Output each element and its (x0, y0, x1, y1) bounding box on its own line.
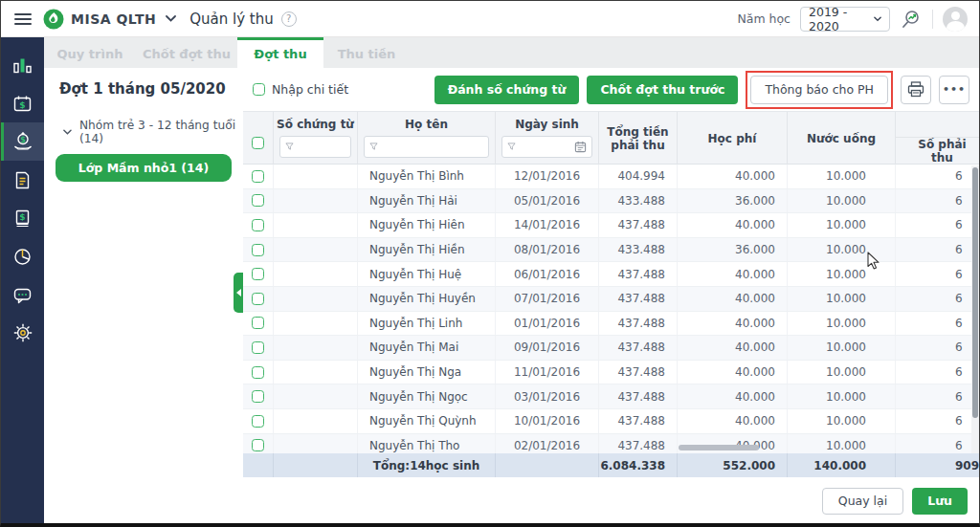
cell-water: 10.000 (788, 384, 896, 408)
print-button[interactable] (901, 76, 931, 104)
cell-dob: 07/01/2016 (496, 287, 599, 311)
row-checkbox[interactable] (252, 194, 264, 207)
chevron-down-icon[interactable] (166, 15, 176, 22)
row-checkbox[interactable] (252, 415, 264, 428)
col-fee: Học phí (678, 112, 788, 165)
row-checkbox[interactable] (252, 390, 264, 403)
cell-name: Nguyễn Thị Mai (358, 336, 496, 360)
row-checkbox[interactable] (252, 244, 264, 256)
footer-empty-cell (274, 453, 358, 477)
vertical-scrollbar[interactable] (971, 165, 979, 453)
quick-search-icon[interactable] (900, 8, 923, 31)
cell-doc-no (274, 312, 358, 336)
row-checkbox[interactable] (252, 341, 264, 354)
cell-fee: 40.000 (678, 409, 788, 433)
name-filter-input[interactable] (364, 136, 489, 158)
app-logo[interactable]: MISA QLTH (43, 9, 156, 30)
cell-total: 437.488 (599, 409, 678, 433)
document-icon (12, 170, 33, 190)
cell-doc-no (274, 361, 358, 384)
main-content: Nhập chi tiết Đánh số chứng từ Chốt đợt … (243, 68, 979, 524)
cell-due: 6 (896, 312, 979, 336)
row-checkbox-cell (243, 409, 274, 433)
dob-filter-input[interactable] (501, 136, 592, 158)
row-checkbox-cell (243, 312, 274, 336)
filter-funnel-icon (507, 143, 516, 151)
tab-dot-thu[interactable]: Đợt thu (237, 37, 323, 68)
cell-fee: 40.000 (678, 384, 788, 408)
tab-thu-tien[interactable]: Thu tiền (323, 37, 410, 68)
col-doc-no: Số chứng từ (274, 112, 358, 165)
user-avatar[interactable] (943, 7, 968, 32)
back-button[interactable]: Quay lại (822, 488, 903, 515)
school-year-select[interactable]: 2019 - 2020 (800, 7, 890, 32)
select-all-checkbox[interactable] (252, 137, 264, 149)
svg-text:$: $ (19, 100, 25, 110)
sidebar-item-reports[interactable] (1, 237, 44, 275)
help-icon[interactable]: ? (281, 11, 297, 27)
cell-name: Nguyễn Thị Nga (358, 361, 496, 384)
sidebar-item-dashboard[interactable] (1, 46, 44, 84)
row-checkbox[interactable] (252, 439, 264, 451)
close-previous-period-button[interactable]: Chốt đợt thu trước (587, 76, 738, 104)
calendar-icon[interactable] (574, 141, 587, 153)
number-vouchers-button[interactable]: Đánh số chứng từ (434, 76, 580, 104)
cell-doc-no (274, 213, 358, 237)
sidebar-item-revenue-management[interactable]: $ (1, 122, 44, 161)
row-checkbox[interactable] (252, 293, 264, 305)
sidebar-item-settings[interactable] (1, 314, 44, 352)
group-row[interactable]: Nhóm trẻ 3 - 12 tháng tuổi (14) (44, 119, 243, 145)
cell-fee: 40.000 (678, 287, 788, 311)
detail-entry-checkbox[interactable]: Nhập chi tiết (253, 82, 348, 97)
row-checkbox-cell (243, 287, 274, 311)
notify-parents-button[interactable]: Thông báo cho PH (750, 76, 888, 104)
panel-collapse-handle[interactable] (234, 273, 243, 313)
svg-text:$: $ (19, 211, 25, 221)
sidebar-item-fee-calendar[interactable]: $ (1, 84, 44, 122)
checkbox-icon[interactable] (253, 83, 265, 96)
sidebar-item-ledger[interactable]: $ (1, 199, 44, 237)
sidebar-item-messages[interactable] (1, 275, 44, 314)
left-panel: Đợt 1 tháng 05/2020 Nhóm trẻ 3 - 12 thán… (44, 68, 243, 524)
footer-fee-amount: 552.000 (678, 453, 788, 477)
row-checkbox[interactable] (252, 219, 264, 231)
cell-dob: 10/01/2016 (496, 409, 599, 433)
logo-text: MISA QLTH (71, 11, 156, 27)
cell-doc-no (274, 262, 358, 286)
row-checkbox[interactable] (252, 317, 264, 329)
horizontal-scrollbar-thumb[interactable] (679, 445, 759, 450)
cell-due: 6 (896, 384, 979, 408)
row-checkbox[interactable] (252, 366, 264, 379)
col-due-label: Số phải thu (896, 138, 979, 165)
cell-due: 6 (896, 409, 979, 433)
table-row: Nguyễn Thị Hiền08/01/2016433.48836.00010… (243, 238, 979, 263)
cell-water: 10.000 (788, 409, 896, 433)
cell-water: 10.000 (788, 336, 896, 360)
hamburger-menu-icon[interactable] (14, 13, 32, 25)
cell-total: 404.994 (599, 165, 678, 188)
vertical-scrollbar-thumb[interactable] (972, 167, 978, 418)
row-checkbox[interactable] (252, 268, 264, 280)
row-checkbox[interactable] (252, 170, 264, 183)
row-checkbox-cell (243, 165, 274, 188)
more-actions-button[interactable]: ••• (939, 76, 969, 104)
cell-doc-no (274, 384, 358, 408)
footer-empty-cell (243, 453, 274, 477)
tab-chot-dot-thu[interactable]: Chốt đợt thu (136, 37, 237, 68)
chat-icon (12, 285, 33, 305)
cell-fee: 40.000 (678, 336, 788, 360)
table-row: Nguyễn Thị Nga11/01/2016437.48840.00010.… (243, 361, 979, 385)
doc-no-filter-input[interactable] (279, 136, 351, 158)
cell-due: 6 (896, 165, 979, 188)
red-highlight-annotation: Thông báo cho PH (746, 71, 893, 109)
class-button[interactable]: Lớp Mầm nhỏ1 (14) (56, 154, 232, 182)
cell-name: Nguyễn Thị Hải (358, 189, 496, 213)
cell-dob: 03/01/2016 (496, 384, 599, 408)
col-due: Số phải thu (896, 112, 979, 165)
footer-empty-cell (496, 453, 599, 477)
tab-quy-trinh[interactable]: Quy trình (44, 37, 136, 68)
sidebar-item-documents[interactable] (1, 161, 44, 199)
save-button[interactable]: Lưu (912, 488, 968, 515)
students-table: Số chứng từ Họ tên (243, 111, 979, 477)
footer-due-amount: 909 (896, 453, 979, 477)
